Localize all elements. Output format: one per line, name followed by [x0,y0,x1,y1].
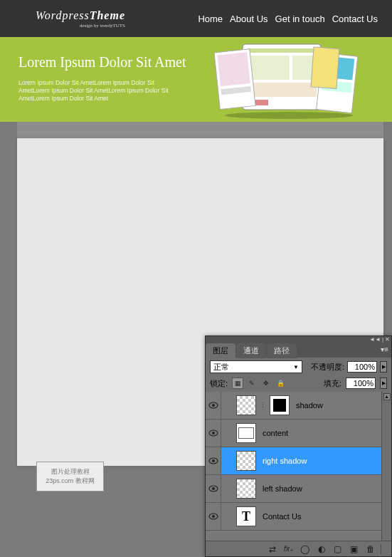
fill-arrow-button[interactable]: ▶ [380,378,387,389]
visibility-toggle[interactable] [206,392,221,419]
eye-icon [208,457,218,464]
layer-content: content [221,420,381,447]
layer-row-shadow[interactable]: ⋮ shadow [206,392,381,420]
blend-mode-value: 正常 [213,362,229,373]
layer-label: content [263,429,288,437]
layer-fx-icon[interactable]: fx₊ [282,544,295,554]
delete-layer-icon[interactable]: 🗑 [364,544,376,554]
layer-mask-icon[interactable]: ◯ [299,544,311,554]
svg-point-18 [212,432,215,434]
lock-label: 锁定: [210,378,228,389]
opacity-label: 不透明度: [311,362,344,373]
opacity-input[interactable]: 100% [347,361,377,373]
blend-mode-select[interactable]: 正常 ▼ [210,360,302,373]
nav-about[interactable]: About Us [230,14,267,24]
visibility-toggle[interactable] [206,475,221,502]
svg-rect-1 [247,48,317,53]
layer-thumb[interactable] [236,451,256,471]
collapse-icon[interactable]: ◄◄ [369,337,381,343]
panel-tabs: 图层 通道 路径 ▾≡ [206,343,391,358]
svg-rect-13 [311,47,339,88]
lock-all-icon[interactable]: 🔒 [275,378,286,389]
logo[interactable]: WordpressTheme design by trendyTUTS [36,9,125,28]
tab-layers[interactable]: 图层 [206,343,235,358]
titlebar-divider: | [382,337,383,343]
visibility-toggle[interactable] [206,503,221,530]
nav-contact-us[interactable]: Contact Us [332,14,378,24]
layer-thumb[interactable] [236,479,256,499]
lock-transparency-icon[interactable]: ▦ [232,378,243,389]
panel-footer: ⇄ fx₊ ◯ ◐ ▢ ▣ 🗑 [206,541,391,556]
svg-point-24 [212,515,215,518]
layer-thumb[interactable] [236,395,256,415]
hero-illustration [214,43,364,120]
logo-word-2: Theme [90,9,125,21]
link-layers-icon[interactable]: ⇄ [266,544,278,554]
eye-icon [208,430,218,437]
svg-point-20 [212,459,215,462]
layers-scroll-area: ⋮ shadow content [206,392,391,541]
layer-content: T Contact Us [221,503,381,530]
svg-point-22 [212,487,215,490]
scroll-up-button[interactable]: ▲ [383,393,391,400]
layer-content: ⋮ shadow [221,392,381,419]
svg-point-16 [212,404,215,407]
layer-label: shadow [296,401,323,410]
layer-label: right shadow [263,457,307,465]
layers-list: ⋮ shadow content [206,392,381,541]
lock-position-icon[interactable]: ✥ [260,378,272,389]
layer-thumb[interactable] [236,423,256,443]
opacity-arrow-button[interactable]: ▶ [380,361,387,373]
layer-label: Contact Us [263,512,301,521]
lock-icons-group: ▦ ✎ ✥ 🔒 [232,378,286,389]
blend-row: 正常 ▼ 不透明度: 100% ▶ [206,358,391,376]
watermark-line1: 图片处理教程 [51,467,90,477]
layer-content: left shadow [221,475,381,502]
eye-icon [208,485,218,492]
nav-home[interactable]: Home [198,14,223,24]
visibility-toggle[interactable] [206,420,221,447]
chevron-down-icon: ▼ [293,364,299,370]
fill-input[interactable]: 100% [346,378,376,389]
logo-subtitle: design by trendyTUTS [80,23,125,28]
svg-point-14 [225,112,353,119]
nav-contact-touch[interactable]: Get in touch [275,14,325,24]
layer-row-right-shadow[interactable]: right shadow [206,447,381,475]
tab-channels[interactable]: 通道 [236,343,266,358]
svg-rect-2 [247,56,290,80]
fill-label: 填充: [324,378,341,389]
layers-panel: ◄◄ | ✕ 图层 通道 路径 ▾≡ 正常 ▼ 不透明度: 100% ▶ 锁定:… [205,335,392,557]
panel-titlebar: ◄◄ | ✕ [206,336,391,343]
link-icon: ⋮ [260,402,266,409]
layers-scrollbar[interactable]: ▲ [381,392,391,541]
layer-mask-thumb[interactable] [270,395,290,415]
new-group-icon[interactable]: ▢ [332,544,344,554]
adjustment-layer-icon[interactable]: ◐ [315,544,327,554]
layer-content: right shadow [221,447,381,474]
panel-body: 正常 ▼ 不透明度: 100% ▶ 锁定: ▦ ✎ ✥ 🔒 填充: 100% ▶ [206,358,391,556]
lock-pixels-icon[interactable]: ✎ [246,378,258,389]
watermark-line2: 23ps.com 教程网 [46,477,95,486]
eye-icon [208,513,218,520]
svg-rect-7 [217,52,250,86]
svg-rect-4 [247,83,317,97]
layer-row-contact-text[interactable]: T Contact Us [206,503,381,531]
logo-word-1: Wordpress [36,9,90,21]
watermark-badge: 图片处理教程 23ps.com 教程网 [36,462,104,491]
tab-paths[interactable]: 路径 [267,343,297,358]
lock-row: 锁定: ▦ ✎ ✥ 🔒 填充: 100% ▶ [206,376,391,392]
eye-icon [208,402,218,409]
type-layer-thumb[interactable]: T [236,506,256,526]
panel-menu-icon[interactable]: ▾≡ [381,345,388,353]
close-icon[interactable]: ✕ [385,337,390,343]
visibility-toggle[interactable] [206,447,221,474]
layer-label: left shadow [263,484,302,493]
nav-menu: Home About Us Get in touch Contact Us [198,14,378,24]
layer-row-left-shadow[interactable]: left shadow [206,475,381,503]
top-header: WordpressTheme design by trendyTUTS Home… [0,0,392,37]
layer-row-content[interactable]: content [206,420,381,447]
new-layer-icon[interactable]: ▣ [348,544,360,554]
logo-main: WordpressTheme [36,9,125,22]
